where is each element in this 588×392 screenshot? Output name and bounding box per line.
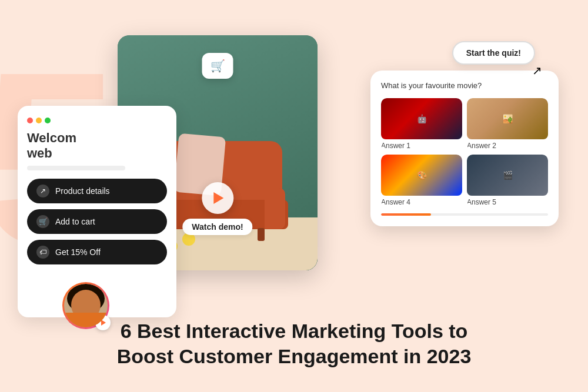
watch-demo-play-button[interactable]: [202, 182, 233, 214]
tag-icon: 🏷: [36, 246, 49, 259]
browser-welcome-text: Welcomweb: [27, 130, 167, 161]
cursor-icon: ↗: [532, 63, 542, 78]
start-quiz-button[interactable]: Start the quiz!: [452, 41, 535, 65]
add-to-cart-item[interactable]: 🛒 Add to cart: [27, 209, 167, 234]
browser-url-bar: [27, 166, 125, 170]
answer-2-image: 🏜️: [467, 98, 548, 139]
title-line-2: Boost Customer Engagement in 2023: [117, 345, 472, 367]
play-icon-large: [214, 192, 224, 204]
sofa-arm-right: [265, 188, 285, 229]
watch-demo-container: Watch demo!: [182, 182, 252, 235]
title-line-1: 6 Best Interactive Marketing Tools to: [121, 320, 468, 342]
answer-4-image: 🎨: [381, 155, 462, 196]
answer-5-image: 🎬: [467, 155, 548, 196]
cart-overlay-icon: 🛒: [202, 53, 233, 79]
answer-2-label: Answer 2: [467, 142, 548, 150]
dot-green: [45, 118, 51, 123]
answer-1-image: 🤖: [381, 98, 462, 139]
page-wrapper: 5 Start the quiz! ↗ Welcomweb ↗ Product …: [0, 0, 588, 392]
left-product-card: Welcomweb ↗ Product details 🛒 Add to car…: [18, 106, 176, 317]
quiz-progress-fill: [381, 213, 431, 216]
quiz-answers-grid: 🤖 Answer 1 🏜️ Answer 2 🎨 Answer 4: [381, 98, 548, 206]
dot-yellow: [36, 118, 42, 123]
add-to-cart-label: Add to cart: [55, 217, 95, 226]
browser-dots: [27, 118, 167, 123]
quiz-question-text: What is your favourite movie?: [381, 81, 548, 90]
quiz-answer-5[interactable]: 🎬 Answer 5: [467, 155, 548, 206]
product-details-item[interactable]: ↗ Product details: [27, 179, 167, 203]
avatar[interactable]: [62, 282, 109, 329]
discount-item[interactable]: 🏷 Get 15% Off: [27, 240, 167, 264]
answer-5-label: Answer 5: [467, 198, 548, 206]
answer-1-label: Answer 1: [381, 142, 462, 150]
quiz-answer-1[interactable]: 🤖 Answer 1: [381, 98, 462, 150]
discount-label: Get 15% Off: [55, 247, 101, 257]
sofa-leg-right: [258, 228, 265, 241]
dot-red: [27, 118, 33, 123]
main-title: 6 Best Interactive Marketing Tools to Bo…: [88, 319, 500, 368]
quiz-answer-2[interactable]: 🏜️ Answer 2: [467, 98, 548, 150]
quiz-progress-bar-container: [381, 213, 548, 216]
cart-icon: 🛒: [36, 215, 49, 228]
answer-4-label: Answer 4: [381, 198, 462, 206]
watch-demo-label: Watch demo!: [182, 219, 252, 235]
quiz-card: What is your favourite movie? 🤖 Answer 1…: [370, 71, 559, 226]
product-details-label: Product details: [55, 186, 110, 196]
quiz-answer-4[interactable]: 🎨 Answer 4: [381, 155, 462, 206]
share-icon: ↗: [36, 185, 49, 197]
